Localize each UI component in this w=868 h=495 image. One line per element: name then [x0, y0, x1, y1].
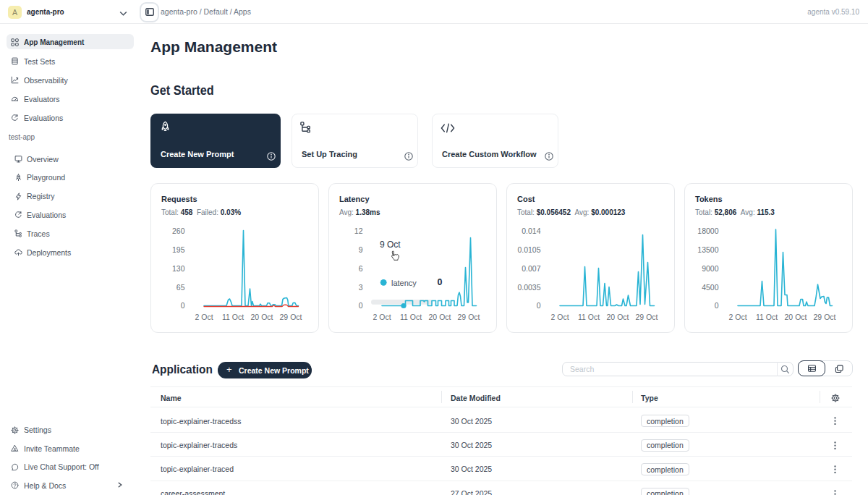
svg-text:20 Oct: 20 Oct	[429, 313, 451, 321]
svg-text:9000: 9000	[702, 264, 719, 273]
svg-text:Total: 458 Failed: 0.03%: Total: 458 Failed: 0.03%	[161, 208, 241, 216]
svg-text:Cost: Cost	[517, 195, 535, 203]
svg-text:0.014: 0.014	[522, 227, 540, 235]
svg-text:29 Oct: 29 Oct	[458, 313, 480, 321]
svg-text:130: 130	[172, 264, 185, 273]
svg-text:Total: $0.056452 Avg: $0.0001: Total: $0.056452 Avg: $0.000123	[517, 208, 626, 216]
svg-text:2 Oct: 2 Oct	[195, 313, 213, 321]
svg-text:0: 0	[359, 301, 363, 310]
svg-text:Total: 52,806 Avg: 115.3: Total: 52,806 Avg: 115.3	[695, 208, 775, 216]
svg-text:4500: 4500	[702, 283, 719, 292]
svg-text:11 Oct: 11 Oct	[756, 313, 778, 321]
svg-text:18000: 18000	[697, 227, 718, 235]
svg-text:0.007: 0.007	[522, 264, 540, 273]
svg-text:29 Oct: 29 Oct	[636, 313, 658, 321]
svg-text:0: 0	[537, 301, 541, 310]
svg-text:Tokens: Tokens	[695, 195, 723, 203]
svg-text:11 Oct: 11 Oct	[578, 313, 600, 321]
svg-text:Avg: 1.38ms: Avg: 1.38ms	[339, 208, 380, 216]
svg-text:65: 65	[176, 283, 185, 292]
svg-text:0.0105: 0.0105	[517, 245, 540, 254]
svg-text:2 Oct: 2 Oct	[373, 313, 391, 321]
svg-text:0: 0	[715, 301, 719, 310]
svg-text:12: 12	[354, 227, 363, 235]
svg-text:2 Oct: 2 Oct	[550, 313, 569, 321]
svg-text:9: 9	[359, 245, 363, 254]
svg-text:20 Oct: 20 Oct	[251, 313, 273, 321]
svg-text:2 Oct: 2 Oct	[728, 313, 746, 321]
svg-text:3: 3	[359, 283, 363, 292]
svg-text:0.0035: 0.0035	[517, 283, 540, 292]
svg-text:20 Oct: 20 Oct	[607, 313, 629, 321]
svg-text:20 Oct: 20 Oct	[785, 313, 807, 321]
svg-text:Latency: Latency	[339, 195, 370, 203]
svg-text:29 Oct: 29 Oct	[814, 313, 836, 321]
svg-text:Requests: Requests	[161, 195, 197, 203]
svg-text:0: 0	[181, 301, 185, 310]
svg-text:13500: 13500	[697, 245, 718, 254]
svg-text:6: 6	[359, 264, 363, 273]
svg-text:29 Oct: 29 Oct	[280, 313, 302, 321]
svg-text:260: 260	[172, 227, 185, 235]
svg-text:195: 195	[172, 245, 185, 254]
svg-text:11 Oct: 11 Oct	[400, 313, 422, 321]
svg-text:11 Oct: 11 Oct	[222, 313, 244, 321]
